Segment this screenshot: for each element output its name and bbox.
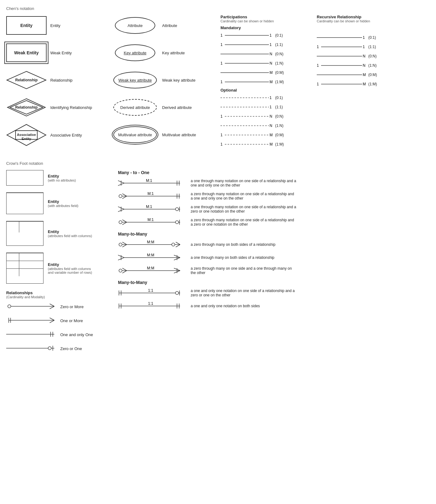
participations-header: Participations xyxy=(220,15,307,19)
svg-text:1: 1 xyxy=(220,43,223,47)
attribute-label: Attribute xyxy=(162,23,177,28)
key-attribute-row: Key attribute Key attribute xyxy=(112,42,214,64)
svg-text:1: 1 xyxy=(220,33,223,38)
svg-text:M: M xyxy=(270,142,273,146)
weak-entity-shape: Weak Entity xyxy=(6,43,47,62)
svg-line-115 xyxy=(122,268,127,271)
rel-one-one-row: One and only One xyxy=(6,330,112,340)
recursive-sub: Cardinality can be shown or hidden xyxy=(317,19,391,23)
svg-point-55 xyxy=(8,305,11,308)
mm-label-2: a zero through many on one side and a on… xyxy=(191,266,296,275)
svg-point-77 xyxy=(119,195,122,198)
svg-text:M:M: M:M xyxy=(147,253,154,257)
rec-row-2: N (0:N) xyxy=(317,53,391,60)
crows-entity-variable-label: Entity (attributes field with columns an… xyxy=(48,262,94,274)
svg-point-89 xyxy=(175,208,179,211)
svg-text:1: 1 xyxy=(270,96,272,100)
svg-line-58 xyxy=(50,306,54,309)
svg-line-92 xyxy=(122,220,127,222)
svg-text:1: 1 xyxy=(220,142,223,146)
rec-row-5: 1 M (1:M) xyxy=(317,81,391,88)
rel-one-one-shape xyxy=(6,330,56,340)
m1-row-2: M:1 a one through many notation on one s… xyxy=(118,205,430,214)
recursive-section: Recursive Relationship Cardinality can b… xyxy=(317,15,391,152)
m1-label-2: a one through many notation on one side … xyxy=(191,205,296,214)
crows-entity-simple-shape xyxy=(6,170,43,186)
crows-entities: Entity (with no attributes) Entity (with… xyxy=(6,170,112,358)
11-label-0: a one and only one notation on one side … xyxy=(191,289,296,297)
svg-line-116 xyxy=(122,271,127,273)
rel-zero-more-label: Zero or More xyxy=(60,304,84,309)
part-mandatory-row-0: 1 1 (0:1) xyxy=(220,32,307,39)
rel-zero-one-row: Zero or One xyxy=(6,344,112,353)
identifying-relationship-shape: Relationship xyxy=(6,98,47,117)
recursive-header: Recursive Relationship xyxy=(317,15,391,19)
svg-text:1: 1 xyxy=(270,43,272,47)
rel-section: Relationships (Cardinality and Modality) xyxy=(6,290,112,353)
derived-attribute-label: Derived attribute xyxy=(162,105,192,110)
many-to-many-section: Many-to-Many M:M a zero through m xyxy=(118,232,430,275)
11-row-1: 1:1 a one and only one notation on both … xyxy=(118,302,430,310)
chens-entities: Entity Entity Weak Entity Weak Entity Re… xyxy=(6,15,112,152)
mandatory-label: Mandatory xyxy=(220,25,307,30)
svg-text:1: 1 xyxy=(317,82,319,86)
participations-sub: Cardinality can be shown or hidden xyxy=(220,19,307,23)
svg-text:1: 1 xyxy=(317,45,319,49)
svg-text:M:M: M:M xyxy=(147,266,154,270)
svg-point-98 xyxy=(119,243,122,246)
identifying-relationship-row: Relationship Identifying Relationship xyxy=(6,97,112,118)
part-mandatory-row-2: N (0:N) xyxy=(220,51,307,57)
weak-key-attribute-row: Weak key attribute Weak key attribute xyxy=(112,69,214,91)
m1-label-3: a zero through many notation on one side… xyxy=(191,218,296,227)
11-label-1: a one and only one notation on both side… xyxy=(191,304,260,308)
svg-point-91 xyxy=(119,221,122,224)
crows-entity-simple-label: Entity (with no attributes) xyxy=(48,174,76,182)
part-mandatory-row-3: 1 N (1:N) xyxy=(220,60,307,67)
relationship-label: Relationship xyxy=(50,78,73,83)
mm-row-2: M:M a zero through many on one side and … xyxy=(118,266,430,275)
many-to-one-section: Many - to - One M:1 xyxy=(118,170,430,227)
svg-text:1:1: 1:1 xyxy=(148,289,153,293)
svg-text:N: N xyxy=(270,52,272,56)
entity-shape: Entity xyxy=(6,16,47,35)
svg-text:M:1: M:1 xyxy=(148,218,154,222)
multivalue-attribute-row: Multivalue attribute Multivalue attribut… xyxy=(112,124,214,146)
weak-entity-row: Weak Entity Weak Entity xyxy=(6,42,112,64)
many-to-one-header: Many - to - One xyxy=(118,170,430,175)
rel-zero-more-shape xyxy=(6,302,56,312)
rel-one-more-label: One or More xyxy=(60,318,83,323)
crows-entity-variable-shape xyxy=(6,253,43,284)
rec-row-1: 1 1 (1:1) xyxy=(317,43,391,50)
entity-row: Entity Entity xyxy=(6,15,112,36)
svg-text:M:1: M:1 xyxy=(146,179,152,183)
svg-point-114 xyxy=(119,269,122,272)
m1-label-0: a one through many notation on one side … xyxy=(191,179,296,187)
svg-text:1: 1 xyxy=(220,80,223,84)
svg-text:N: N xyxy=(363,54,366,58)
part-mandatory-row-4: M (0:M) xyxy=(220,69,307,76)
svg-text:1: 1 xyxy=(363,45,365,49)
part-optional-row-5: 1 M (1:M) xyxy=(220,141,307,148)
svg-line-62 xyxy=(50,318,54,320)
m1-row-3: M:1 a zero through many notation on one … xyxy=(118,218,430,227)
svg-line-57 xyxy=(50,304,54,306)
weak-key-attribute-label: Weak key attribute xyxy=(162,78,195,83)
svg-line-63 xyxy=(50,320,54,323)
svg-text:1: 1 xyxy=(220,114,223,119)
svg-text:M:1: M:1 xyxy=(148,192,154,196)
mm-row-0: M:M a zero through many on both sides of… xyxy=(118,240,430,249)
svg-text:Entity: Entity xyxy=(22,137,31,141)
participations-section: Participations Cardinality can be shown … xyxy=(220,15,307,152)
part-optional-row-4: 1 M (0:M) xyxy=(220,132,307,138)
svg-text:Relationship: Relationship xyxy=(15,105,38,110)
mm-row-1: M:M a one through many on both sides of … xyxy=(118,253,430,262)
part-mandatory-row-5: 1 M (1:M) xyxy=(220,79,307,85)
svg-point-68 xyxy=(48,347,51,350)
attribute-row: Attribute Attribute xyxy=(112,15,214,36)
rel-zero-one-label: Zero or One xyxy=(60,346,82,351)
m1-label-1: a zero through many notation on one side… xyxy=(191,192,296,200)
crows-entity-cols-label: Entity (attributes field with columns) xyxy=(48,229,92,238)
svg-text:M: M xyxy=(270,80,273,84)
one-to-one-section: Many-to-Many 1:1 a one and only one nota… xyxy=(118,280,430,310)
part-optional-row-1: 1 (1:1) xyxy=(220,104,307,110)
